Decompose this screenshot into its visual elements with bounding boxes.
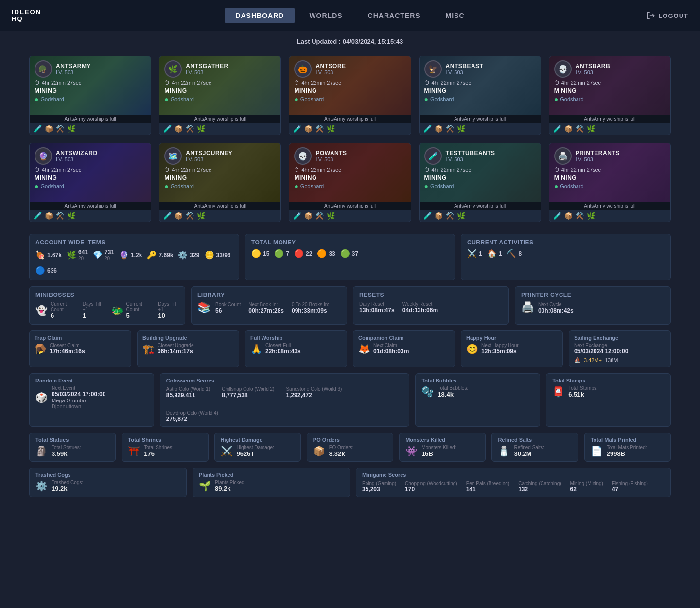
item-block: 33/96	[216, 252, 231, 259]
char-icon-1[interactable]: 🧪	[34, 125, 42, 133]
character-card[interactable]: 🗺️ ANTSJOURNEY LV. 503 ⏱ 4hr 22min 27sec…	[159, 143, 281, 222]
char-icon-2[interactable]: 📦	[435, 212, 443, 220]
character-card[interactable]: 💀 POWANTS LV. 503 ⏱ 4hr 22min 27sec MINI…	[289, 143, 411, 222]
char-icon-4[interactable]: 🌿	[67, 212, 75, 220]
char-icon-3[interactable]: ⚒️	[576, 212, 584, 220]
trap-label: Closest Claim	[50, 343, 85, 348]
item-block: 1.67k	[47, 252, 62, 259]
char-icon-4[interactable]: 🌿	[457, 125, 465, 133]
character-grid: 🪖 ANTSARMY LV. 503 ⏱ 4hr 22min 27sec MIN…	[0, 48, 700, 230]
char-icon-3[interactable]: ⚒️	[315, 125, 324, 133]
character-card[interactable]: 🎃 ANTSORE LV. 503 ⏱ 4hr 22min 27sec MINI…	[289, 56, 411, 135]
minigame-val: 62	[570, 486, 603, 493]
char-icon-4[interactable]: 🌿	[457, 212, 465, 220]
char-icon-3[interactable]: ⚒️	[446, 125, 454, 133]
clock-icon: ⏱	[554, 80, 560, 86]
char-icon-4[interactable]: 🌿	[197, 125, 205, 133]
stamps-info: Total Stamps: 6.51k	[568, 385, 598, 398]
character-card[interactable]: 🪖 ANTSARMY LV. 503 ⏱ 4hr 22min 27sec MIN…	[29, 56, 151, 135]
location-dot: ●	[554, 95, 558, 103]
char-icon-4[interactable]: 🌿	[587, 212, 595, 220]
char-icon-1[interactable]: 🧪	[163, 212, 172, 220]
char-icon-1[interactable]: 🧪	[553, 125, 561, 133]
char-icon-1[interactable]: 🧪	[293, 212, 301, 220]
nav-link-misc[interactable]: MISC	[435, 8, 475, 23]
char-activity: MINING	[294, 174, 405, 181]
minigame-entry: Pen Pals (Breeding) 141	[466, 481, 510, 493]
char-icon-4[interactable]: 🌿	[327, 212, 335, 220]
nav-link-dashboard[interactable]: DASHBOARD	[225, 8, 295, 23]
building-val: 06h:14m:17s	[158, 348, 193, 355]
miniboss-days-val: 10	[158, 312, 179, 319]
trap-icon: 🪤	[35, 343, 47, 355]
char-icon-2[interactable]: 📦	[175, 212, 183, 220]
character-card[interactable]: 🌿 ANTSGATHER LV. 503 ⏱ 4hr 22min 27sec M…	[159, 56, 281, 135]
resets-content: Daily Reset 13h:08m:47s Weekly Reset 04d…	[359, 301, 503, 313]
po-title: PO Orders	[313, 437, 387, 443]
char-icon-3[interactable]: ⚒️	[186, 125, 194, 133]
char-icon-3[interactable]: ⚒️	[315, 212, 324, 220]
item-sub: 20	[105, 256, 114, 261]
sailing-label: Next Exchange	[574, 343, 665, 348]
library-next-book: Next Book In: 00h:27m:28s	[248, 302, 284, 314]
char-icon-4[interactable]: 🌿	[587, 125, 595, 133]
account-wide-item: 🪙 33/96	[205, 250, 231, 260]
char-icon-2[interactable]: 📦	[435, 125, 443, 133]
account-wide-item: 🍖 1.67k	[35, 250, 62, 260]
char-icon-3[interactable]: ⚒️	[56, 125, 64, 133]
character-card[interactable]: 💀 ANTSBARB LV. 503 ⏱ 4hr 22min 27sec MIN…	[549, 56, 671, 135]
char-avatar: 💀	[554, 60, 572, 78]
char-icon-3[interactable]: ⚒️	[56, 212, 64, 220]
total-money-title: Total Money	[251, 239, 449, 246]
colosseum-panel: Colosseum Scores Astro Colo (World 1) 85…	[160, 373, 410, 427]
char-action-icons: 🧪 📦 ⚒️ 🌿	[420, 210, 541, 222]
activity-item: 🏠 1	[487, 249, 502, 258]
char-icon-1[interactable]: 🧪	[34, 212, 42, 220]
char-icon-2[interactable]: 📦	[564, 212, 573, 220]
char-icon-4[interactable]: 🌿	[197, 212, 205, 220]
char-avatar: 🗺️	[164, 147, 182, 165]
character-card[interactable]: 🦅 ANTSBEAST LV. 503 ⏱ 4hr 22min 27sec MI…	[419, 56, 541, 135]
miniboss-icon: 🐲	[111, 305, 123, 316]
char-timer-value: 4hr 22min 27sec	[42, 80, 81, 86]
char-icon-3[interactable]: ⚒️	[576, 125, 584, 133]
char-action-icons: 🧪 📦 ⚒️ 🌿	[420, 123, 541, 135]
char-icon-4[interactable]: 🌿	[67, 125, 75, 133]
char-icon-2[interactable]: 📦	[304, 125, 313, 133]
char-timer-value: 4hr 22min 27sec	[172, 80, 211, 86]
char-icon-2[interactable]: 📦	[175, 125, 183, 133]
character-card[interactable]: 🧪 TESTTUBEANTS LV. 503 ⏱ 4hr 22min 27sec…	[419, 143, 541, 222]
char-icon-2[interactable]: 📦	[304, 212, 313, 220]
cogs-info: Trashed Cogs: 19.2k	[52, 480, 83, 492]
char-timer: ⏱ 4hr 22min 27sec	[424, 167, 536, 173]
activity-val: 1	[479, 250, 482, 257]
random-event-panel: Random Event 🎲 Next Event 05/03/2024 17:…	[29, 373, 154, 427]
nav-link-characters[interactable]: CHARACTERS	[357, 8, 431, 23]
char-action-icons: 🧪 📦 ⚒️ 🌿	[159, 123, 280, 135]
char-icon-1[interactable]: 🧪	[293, 125, 301, 133]
char-timer-value: 4hr 22min 27sec	[172, 167, 211, 173]
logout-button[interactable]: LOGOUT	[647, 11, 688, 20]
clock-icon: ⏱	[294, 167, 299, 173]
char-location-name: Godshard	[40, 96, 64, 102]
char-icon-1[interactable]: 🧪	[553, 212, 561, 220]
shrines-icon: ⛩️	[128, 445, 140, 457]
character-card[interactable]: 🔮 ANTSWIZARD LV. 503 ⏱ 4hr 22min 27sec M…	[29, 143, 151, 222]
char-icon-3[interactable]: ⚒️	[186, 212, 194, 220]
char-icon-1[interactable]: 🧪	[423, 125, 432, 133]
char-icon-2[interactable]: 📦	[45, 125, 53, 133]
char-icon-1[interactable]: 🧪	[163, 125, 172, 133]
item-icon: 🔵	[35, 266, 45, 275]
last-stats-row: Trashed Cogs ⚙️ Trashed Cogs: 19.2k Plan…	[0, 468, 700, 507]
char-icon-1[interactable]: 🧪	[423, 212, 432, 220]
char-icon-3[interactable]: ⚒️	[446, 212, 454, 220]
char-icon-4[interactable]: 🌿	[327, 125, 335, 133]
monsters-body: 👾 Monsters Killed: 16B	[405, 445, 479, 457]
char-timer: ⏱ 4hr 22min 27sec	[164, 80, 276, 86]
char-icon-2[interactable]: 📦	[45, 212, 53, 220]
char-avatar: 🧪	[424, 147, 442, 165]
char-icon-2[interactable]: 📦	[564, 125, 573, 133]
character-card[interactable]: 🖨️ PRINTERANTS LV. 503 ⏱ 4hr 22min 27sec…	[549, 143, 671, 222]
nav-link-worlds[interactable]: WORLDS	[298, 8, 353, 23]
char-timer-value: 4hr 22min 27sec	[561, 80, 601, 86]
